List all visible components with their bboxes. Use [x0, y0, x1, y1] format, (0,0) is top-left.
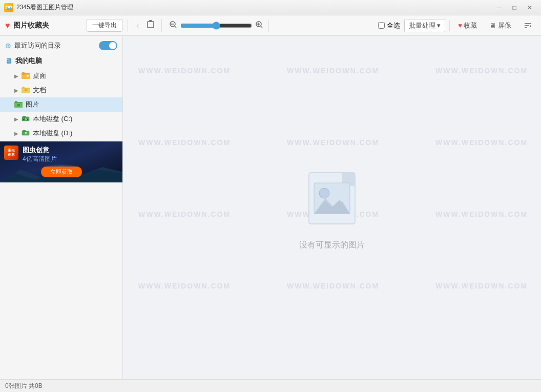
sidebar-item-documents[interactable]: ▶ 文档 [0, 83, 122, 97]
watermark-text-6: WWW.WEIDOWN.COM [435, 138, 528, 147]
my-computer-label: 我的电脑 [15, 56, 42, 66]
svg-rect-25 [15, 101, 17, 102]
status-text: 0张图片 共0B [5, 382, 43, 390]
watermark-text-9: WWW.WEIDOWN.COM [435, 210, 528, 218]
window-controls: ─ □ ✕ [492, 3, 537, 13]
ad-logo-text: 图虫创意 [8, 149, 15, 157]
sidebar: ⊕ 最近访问的目录 🖥 我的电脑 ▶ 桌面 [0, 36, 123, 379]
chevron-icon: ▶ [14, 116, 18, 122]
select-all-label: 全选 [387, 21, 400, 30]
main-area: ⊕ 最近访问的目录 🖥 我的电脑 ▶ 桌面 [0, 36, 541, 379]
select-all-area: 全选 [378, 21, 400, 30]
watermark-text-5: WWW.WEIDOWN.COM [287, 138, 379, 147]
chevron-icon: ▶ [14, 73, 18, 79]
recent-label: 最近访问的目录 [14, 41, 61, 50]
watermark-text-4: WWW.WEIDOWN.COM [138, 138, 231, 147]
zoom-out-button[interactable] [168, 19, 178, 32]
batch-button[interactable]: 批量处理 ▾ [404, 19, 445, 32]
watermark-text-1: WWW.WEIDOWN.COM [138, 67, 231, 75]
toolbar-nav: ‹ [130, 19, 162, 32]
computer-icon: 🖥 [5, 57, 12, 65]
drive-c-icon: C [22, 115, 30, 123]
toolbar-left: ♥ 图片收藏夹 一键导出 [5, 19, 128, 32]
drive-d-icon: D [22, 129, 30, 138]
ad-banner[interactable]: 图虫创意 图虫创意 4亿高清图片 立即获取 [0, 141, 123, 182]
recent-icon: ⊕ [5, 42, 11, 50]
svg-rect-17 [22, 72, 25, 74]
ad-subtitle: 4亿高清图片 [23, 155, 57, 163]
empty-image-icon [299, 165, 365, 232]
ad-logo: 图虫创意 [4, 146, 18, 160]
chevron-icon: ▶ [14, 131, 18, 136]
svg-point-45 [319, 188, 329, 198]
recent-toggle[interactable] [99, 41, 117, 50]
status-bar: 0张图片 共0B [0, 379, 541, 392]
batch-label: 批量处理 [409, 21, 435, 30]
my-computer-section[interactable]: 🖥 我的电脑 [0, 53, 122, 69]
svg-text:D: D [25, 132, 27, 135]
documents-label: 文档 [33, 86, 46, 95]
zoom-slider[interactable] [180, 22, 252, 30]
content-area: WWW.WEIDOWN.COM WWW.WEIDOWN.COM WWW.WEID… [123, 36, 541, 379]
divider [449, 20, 450, 31]
watermark-text-10: WWW.WEIDOWN.COM [138, 282, 231, 290]
back-button[interactable]: ‹ [134, 20, 141, 31]
screen-button[interactable]: 🖥 屏保 [485, 19, 515, 32]
sort-button[interactable] [519, 20, 536, 31]
drive-c-label: 本地磁盘 (C:) [33, 114, 72, 123]
watermark-text-12: WWW.WEIDOWN.COM [435, 282, 528, 290]
zoom-area [164, 19, 269, 32]
empty-state: 没有可显示的图片 [299, 165, 365, 251]
sort-icon [524, 22, 532, 30]
close-button[interactable]: ✕ [523, 3, 537, 13]
documents-folder-icon [22, 86, 30, 95]
empty-text: 没有可显示的图片 [299, 240, 365, 251]
window-title: 2345看图王图片管理 [16, 3, 492, 12]
export-button[interactable]: 一键导出 [87, 19, 122, 32]
select-all-checkbox[interactable] [378, 22, 385, 29]
toolbar-right: 全选 批量处理 ▾ ♥ 收藏 🖥 屏保 [378, 19, 536, 32]
minimize-button[interactable]: ─ [492, 3, 506, 13]
chevron-icon: ▶ [14, 88, 18, 93]
collect-heart-icon: ♥ [458, 22, 462, 29]
sidebar-item-desktop[interactable]: ▶ 桌面 [0, 69, 122, 83]
sidebar-item-drive-d[interactable]: ▶ D 本地磁盘 (D:) [0, 126, 122, 140]
title-bar: 2345看图王图片管理 ─ □ ✕ [0, 0, 541, 15]
svg-point-27 [17, 104, 18, 105]
maximize-button[interactable]: □ [507, 3, 522, 13]
watermark-text-3: WWW.WEIDOWN.COM [435, 67, 528, 75]
share-button[interactable] [144, 19, 157, 32]
monitor-icon: 🖥 [489, 22, 496, 30]
watermark-text-11: WWW.WEIDOWN.COM [287, 282, 379, 290]
desktop-label: 桌面 [33, 71, 46, 80]
pictures-folder-icon [14, 100, 23, 109]
pictures-label: 图片 [26, 100, 39, 109]
batch-arrow-icon: ▾ [437, 22, 441, 29]
ad-button[interactable]: 立即获取 [41, 167, 82, 177]
desktop-folder-icon [22, 72, 30, 80]
watermark-text-2: WWW.WEIDOWN.COM [287, 67, 379, 75]
svg-rect-15 [22, 74, 30, 79]
screen-label: 屏保 [498, 21, 511, 30]
svg-text:C: C [25, 117, 27, 120]
ad-title: 图虫创意 [23, 146, 57, 155]
ad-title-area: 图虫创意 4亿高清图片 [23, 146, 57, 163]
sidebar-item-drive-c[interactable]: ▶ C 本地磁盘 (C:) [0, 112, 122, 126]
drive-d-label: 本地磁盘 (D:) [33, 129, 72, 138]
heart-icon: ♥ [5, 21, 10, 30]
svg-rect-21 [22, 87, 25, 88]
app-icon [4, 3, 13, 12]
toolbar: ♥ 图片收藏夹 一键导出 ‹ [0, 15, 541, 36]
collect-label: 收藏 [464, 21, 477, 30]
collection-title: 图片收藏夹 [13, 21, 84, 30]
recent-section: ⊕ 最近访问的目录 [0, 38, 122, 53]
svg-line-10 [261, 26, 262, 28]
zoom-in-button[interactable] [254, 19, 264, 32]
svg-rect-22 [25, 90, 27, 91]
watermark-text-7: WWW.WEIDOWN.COM [138, 210, 231, 218]
svg-rect-2 [148, 22, 154, 28]
svg-line-6 [175, 26, 176, 28]
sidebar-item-pictures[interactable]: 图片 [0, 97, 122, 112]
collect-button[interactable]: ♥ 收藏 [454, 19, 481, 32]
